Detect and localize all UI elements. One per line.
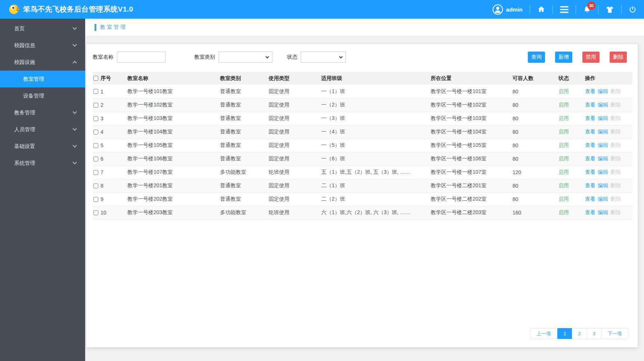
notification-badge: 30 (587, 1, 595, 10)
divider (530, 5, 530, 14)
table-row: 2教学一号楼102教室普通教室固定使用一（2）班教学区一号楼一楼102室80启用… (93, 98, 632, 112)
cell-location: 教学区一号楼一楼106室 (431, 155, 486, 161)
delete-button[interactable]: 删除 (610, 52, 627, 63)
status-badge: 启用 (558, 209, 569, 215)
sidebar-item[interactable]: 校园信息 (0, 37, 85, 54)
add-button[interactable]: 新增 (555, 52, 572, 63)
sidebar-item[interactable]: 首页 (0, 20, 85, 37)
delete-link[interactable]: 删除 (610, 142, 621, 148)
cell-capacity: 80 (513, 196, 518, 202)
view-link[interactable]: 查看 (585, 155, 595, 161)
delete-link[interactable]: 删除 (610, 88, 621, 94)
view-link[interactable]: 查看 (585, 209, 595, 215)
chevron-down-icon (72, 109, 77, 114)
notifications-button[interactable]: 30 (583, 6, 591, 13)
view-link[interactable]: 查看 (585, 102, 595, 108)
col-capacity: 可容人数 (513, 72, 558, 85)
delete-link[interactable]: 删除 (610, 196, 621, 202)
cell-location: 教学区一号楼二楼202室 (431, 196, 486, 202)
row-checkbox[interactable] (93, 143, 98, 148)
prev-page-button[interactable]: 上一项 (530, 328, 557, 339)
sidebar-item[interactable]: 人员管理 (0, 121, 85, 138)
home-button[interactable] (537, 5, 545, 13)
status-select[interactable] (301, 52, 346, 63)
theme-button[interactable] (606, 5, 614, 14)
cell-name: 教学一号楼103教室 (127, 115, 173, 121)
table-row: 3教学一号楼103教室普通教室固定使用一（3）班教学区一号楼一楼103室80启用… (93, 112, 632, 125)
menu-button[interactable] (560, 6, 569, 13)
view-link[interactable]: 查看 (585, 88, 595, 94)
sidebar-item-label: 首页 (14, 25, 25, 32)
page-number-button[interactable]: 2 (572, 328, 587, 339)
row-checkbox[interactable] (93, 116, 98, 121)
page-number-button[interactable]: 1 (557, 328, 572, 339)
edit-link[interactable]: 编辑 (598, 129, 608, 135)
status-badge: 启用 (558, 155, 569, 161)
classroom-name-input[interactable] (117, 52, 165, 63)
view-link[interactable]: 查看 (585, 115, 595, 121)
page-number-button[interactable]: 3 (586, 328, 601, 339)
sidebar-item-label: 人员管理 (14, 126, 35, 133)
logout-button[interactable] (629, 6, 637, 13)
disable-button[interactable]: 禁用 (582, 52, 600, 63)
sidebar-item[interactable]: 设备管理 (0, 87, 85, 104)
cell-location: 教学区一号楼一楼107室 (431, 169, 486, 175)
view-link[interactable]: 查看 (585, 169, 595, 175)
status-badge: 启用 (558, 102, 569, 108)
cell-name: 教学一号楼202教室 (127, 196, 173, 202)
breadcrumb-quote-bar (95, 24, 96, 31)
sidebar-item-label: 系统管理 (14, 160, 35, 167)
cell-use-type: 固定使用 (269, 155, 290, 161)
row-checkbox[interactable] (93, 210, 98, 215)
cell-name: 教学一号楼107教室 (127, 169, 173, 175)
cell-capacity: 80 (513, 89, 518, 95)
edit-link[interactable]: 编辑 (598, 209, 608, 215)
edit-link[interactable]: 编辑 (598, 102, 608, 108)
classroom-category-select[interactable] (219, 52, 272, 63)
row-checkbox[interactable] (93, 89, 98, 94)
edit-link[interactable]: 编辑 (598, 196, 608, 202)
row-checkbox[interactable] (93, 103, 98, 108)
view-link[interactable]: 查看 (585, 182, 595, 188)
cell-classes: 一（6）班 (321, 155, 345, 161)
status-badge: 启用 (558, 182, 569, 188)
next-page-button[interactable]: 下一项 (601, 328, 628, 339)
edit-link[interactable]: 编辑 (598, 88, 608, 94)
delete-link[interactable]: 删除 (610, 155, 621, 161)
delete-link[interactable]: 删除 (610, 129, 621, 135)
sidebar-item[interactable]: 教室管理 (0, 71, 85, 87)
row-checkbox[interactable] (93, 170, 98, 175)
delete-link[interactable]: 删除 (610, 209, 621, 215)
select-all-checkbox[interactable] (93, 76, 98, 81)
cell-location: 教学区一号楼一楼104室 (431, 129, 486, 135)
col-no: 序号 (100, 75, 111, 82)
row-checkbox[interactable] (93, 157, 98, 161)
edit-link[interactable]: 编辑 (598, 155, 608, 161)
filter-toolbar: 教室名称 教室类别 状态 查询 新增 禁用 删除 (93, 52, 631, 63)
cell-capacity: 80 (513, 183, 518, 189)
edit-link[interactable]: 编辑 (598, 142, 608, 148)
query-button[interactable]: 查询 (528, 52, 545, 63)
row-checkbox[interactable] (93, 197, 98, 202)
row-checkbox[interactable] (93, 130, 98, 135)
cell-name: 教学一号楼102教室 (127, 102, 173, 108)
sidebar-item[interactable]: 基础设置 (0, 138, 85, 155)
row-checkbox[interactable] (93, 183, 98, 188)
view-link[interactable]: 查看 (585, 196, 595, 202)
sidebar-item[interactable]: 校园设施 (0, 54, 85, 71)
delete-link[interactable]: 删除 (610, 102, 621, 108)
delete-link[interactable]: 删除 (610, 182, 621, 188)
edit-link[interactable]: 编辑 (598, 169, 608, 175)
delete-link[interactable]: 删除 (610, 169, 621, 175)
sidebar-item-label: 教务管理 (14, 109, 35, 116)
delete-link[interactable]: 删除 (610, 115, 621, 121)
edit-link[interactable]: 编辑 (598, 115, 608, 121)
edit-link[interactable]: 编辑 (598, 182, 608, 188)
view-link[interactable]: 查看 (585, 142, 595, 148)
sidebar-item[interactable]: 系统管理 (0, 155, 85, 172)
cell-category: 普通教室 (220, 88, 241, 94)
user-menu[interactable]: admin (492, 4, 523, 15)
view-link[interactable]: 查看 (585, 129, 595, 135)
sidebar-item[interactable]: 教务管理 (0, 104, 85, 121)
table-row: 1教学一号楼101教室普通教室固定使用一（1）班教学区一号楼一楼101室80启用… (93, 85, 632, 98)
